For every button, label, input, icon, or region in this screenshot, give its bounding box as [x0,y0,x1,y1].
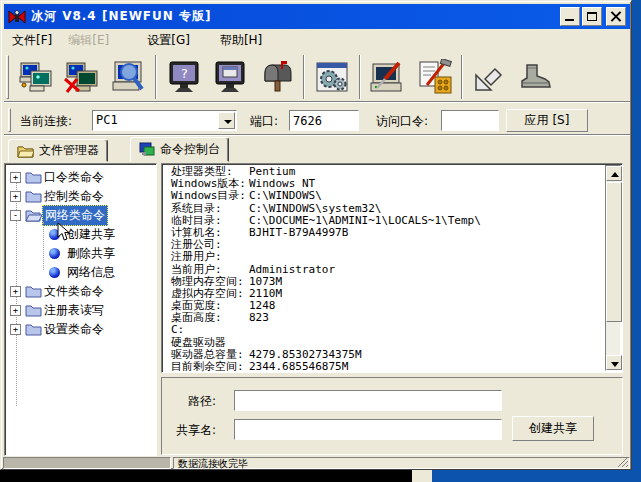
info-row: 硬盘驱动器 [171,337,602,349]
console-icon [139,142,155,157]
port-field-wrap [289,110,359,131]
taskbar-fragment [412,470,432,482]
maximize-icon [587,12,597,21]
info-row: 桌面宽度:1248 [171,300,602,312]
tree-item-password-commands[interactable]: + 口令类命令 [5,168,106,187]
scroll-down-button[interactable] [606,355,622,370]
title-bar[interactable]: 冰河 V8.4 [NEWFUN 专版] [4,4,630,29]
scrollbar-thumb[interactable] [606,182,622,322]
server-config-button[interactable] [411,54,457,100]
expand-toggle-icon[interactable]: + [10,286,21,297]
expand-toggle-icon[interactable]: + [10,191,21,202]
menu-file[interactable]: 文件[F] [4,30,60,51]
app-logo-icon [8,9,26,25]
screen-viewer-button[interactable]: ? [161,54,207,100]
mail-notify-button[interactable] [253,54,299,100]
tree-item-label: 口令类命令 [42,168,106,187]
minimize-button[interactable] [560,7,580,26]
search-computers-button[interactable] [105,54,151,100]
triangle-down-icon [611,362,619,367]
expand-toggle-icon[interactable]: + [10,324,21,335]
toolbar-separator [155,55,157,99]
expand-toggle-icon[interactable]: + [10,172,21,183]
resize-grip-icon[interactable] [618,457,628,467]
folder-icon [17,144,34,158]
info-row: C: [171,324,602,336]
collapse-toggle-icon[interactable]: - [10,210,21,221]
folder-icon [25,190,42,203]
arrow-downleft-icon [471,59,509,95]
system-info-text: 处理器类型:Pentium Windows版本:Windows NT Windo… [171,166,602,373]
tree-item-file-commands[interactable]: + 文件类命令 [5,282,106,301]
svg-text:?: ? [181,66,188,81]
info-row: 桌面高度:823 [171,312,602,324]
remote-control-button[interactable] [207,54,253,100]
info-row: 计算机名:BJHIT-B79A4997B [171,227,602,239]
computer-screwdriver-icon [369,59,407,95]
toolbar-gripper[interactable] [6,55,9,99]
info-row: 临时目录:C:\DOCUME~1\ADMINI~1\LOCALS~1\Temp\ [171,215,602,227]
tree-item-control-commands[interactable]: + 控制类命令 [5,187,106,206]
computer-search-icon [109,59,147,95]
share-name-input[interactable] [235,420,501,439]
vertical-scrollbar[interactable] [605,165,621,371]
tab-file-manager[interactable]: 文件管理器 [8,139,108,162]
status-message: 数据流接收完毕 [178,458,248,469]
menu-settings[interactable]: 设置[G] [139,30,198,51]
desktop-bottom-right-strip [432,470,641,482]
boot-icon [517,59,555,95]
tree-item-delete-share[interactable]: 删除共享 [5,244,117,263]
expand-toggle-icon[interactable]: + [10,305,21,316]
share-name-field-wrap [234,419,502,440]
settings-button[interactable] [309,54,355,100]
connection-bar-gripper[interactable] [8,108,11,132]
close-button[interactable] [606,7,626,26]
status-left-panel [3,457,171,469]
close-icon [610,10,622,22]
connection-combobox[interactable]: PC1 [92,110,237,131]
computers-delete-icon [63,59,101,95]
add-connection-button[interactable] [13,54,59,100]
tab-bar: 文件管理器 命令控制台 [4,137,630,162]
tree-item-settings-commands[interactable]: + 设置类命令 [5,320,106,339]
tree-item-label-selected: 网络类命令 [42,205,108,226]
toolbar: ? [4,51,630,103]
tree-item-label: 网络信息 [65,263,117,282]
triangle-up-icon [611,172,619,177]
system-tools-button[interactable] [365,54,411,100]
info-row: Windows目录:C:\WINDOWS\ [171,190,602,202]
menu-help[interactable]: 帮助[H] [212,30,270,51]
info-row: 当前用户:Administrator [171,264,602,276]
tab-command-console[interactable]: 命令控制台 [130,137,229,162]
password-input[interactable] [442,111,498,130]
scroll-up-button[interactable] [606,166,622,181]
path-field-wrap [234,390,502,411]
upgrade-button[interactable] [467,54,513,100]
apply-button[interactable]: 应用 [S] [506,109,588,132]
info-row: 注册用户: [171,251,602,263]
document-hammer-icon [415,59,453,95]
folder-icon [25,285,42,298]
delete-connection-button[interactable] [59,54,105,100]
kick-button[interactable] [513,54,559,100]
port-input[interactable] [290,111,358,130]
tree-item-registry-commands[interactable]: + 注册表读写 [5,301,106,320]
tree-item-network-info[interactable]: 网络信息 [5,263,117,282]
tab-file-manager-label: 文件管理器 [39,142,99,159]
current-connection-label: 当前连接: [20,113,72,130]
create-share-button[interactable]: 创建共享 [512,416,594,441]
info-row: 注册公司: [171,239,602,251]
folder-icon [25,171,42,184]
open-folder-icon [25,209,42,223]
command-tree-panel: + 口令类命令 + 控制类命令 - 网络类命令 创建共享 删除共享 网络信息 [4,163,157,456]
combobox-dropdown-button[interactable] [218,112,235,129]
create-share-form: 路径: 共享名: 创建共享 [161,377,623,455]
tree-item-label: 创建共享 [65,225,117,244]
minimize-icon [565,19,574,21]
maximize-button[interactable] [582,7,602,26]
share-name-label: 共享名: [176,422,216,439]
path-input[interactable] [235,391,501,410]
tree-item-label: 注册表读写 [42,301,106,320]
app-window: 冰河 V8.4 [NEWFUN 专版] 文件[F] 编辑[E] 设置[G] 帮助… [0,0,632,470]
mailbox-icon [257,59,295,95]
